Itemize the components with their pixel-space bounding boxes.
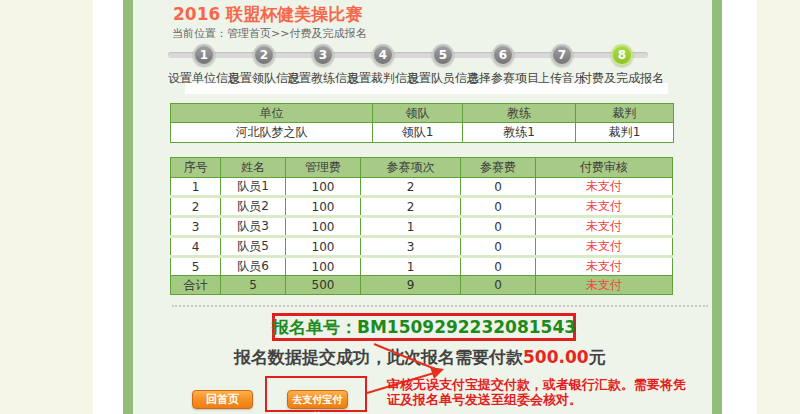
col-header: 序号 (171, 158, 221, 178)
cell: 100 (286, 217, 361, 237)
step-circle: 3 (312, 44, 334, 66)
step-circle: 5 (432, 44, 454, 66)
left-white-band (93, 0, 123, 414)
cell: 0 (461, 257, 536, 276)
payment-status: 未支付 (536, 237, 673, 257)
step-circle: 1 (193, 44, 215, 66)
cell: 1 (361, 217, 461, 237)
table-header-row: 单位 领队 教练 裁判 (171, 104, 674, 123)
right-white-band (722, 0, 757, 414)
note-line: 证及报名单号发送至组委会核对。 (387, 393, 686, 408)
table-row: 2 队员2 100 2 0 未支付 (171, 197, 673, 217)
cell-coach: 教练1 (463, 123, 576, 143)
currency-unit: 元 (589, 347, 606, 367)
payment-status: 未支付 (536, 276, 673, 295)
table-row: 河北队梦之队 领队1 教练1 裁判1 (171, 123, 674, 143)
step-progress-track (168, 52, 648, 58)
cell-judge: 裁判1 (576, 123, 674, 143)
step-circle: 7 (551, 44, 573, 66)
breadcrumb: 当前位置：管理首页>>付费及完成报名 (172, 26, 366, 41)
team-info-table: 单位 领队 教练 裁判 河北队梦之队 领队1 教练1 裁判1 (170, 103, 674, 143)
cell: 2 (361, 178, 461, 197)
alipay-pay-button[interactable]: 去支付宝付款 (287, 390, 348, 409)
step-circle: 2 (253, 44, 275, 66)
table-total-row: 合计 5 500 9 0 未支付 (171, 276, 673, 295)
cell: 5 (221, 276, 286, 295)
col-header: 单位 (171, 104, 373, 123)
cell: 1 (171, 178, 221, 197)
cell: 3 (171, 217, 221, 237)
col-header: 姓名 (221, 158, 286, 178)
cell: 队员5 (221, 237, 286, 257)
cell-total-label: 合计 (171, 276, 221, 295)
col-header: 参赛项次 (361, 158, 461, 178)
step-circle-active: 8 (611, 44, 633, 66)
payment-instruction-note: 审核无误支付宝提交付款，或者银行汇款。需要将凭 证及报名单号发送至组委会核对。 (387, 378, 686, 407)
cell: 队员6 (221, 257, 286, 276)
step-circle: 6 (492, 44, 514, 66)
step-circle: 4 (372, 44, 394, 66)
cell: 2 (171, 197, 221, 217)
col-header: 领队 (373, 104, 463, 123)
cell: 500 (286, 276, 361, 295)
payment-status: 未支付 (536, 217, 673, 237)
cell: 100 (286, 257, 361, 276)
cell-unit: 河北队梦之队 (171, 123, 373, 143)
page-root: 2016 联盟杯健美操比赛 当前位置：管理首页>>付费及完成报名 1 设置单位信… (0, 0, 800, 414)
left-green-stripe (123, 0, 133, 414)
note-line: 审核无误支付宝提交付款，或者银行汇款。需要将凭 (387, 378, 686, 393)
col-header: 裁判 (576, 104, 674, 123)
amount-due: 500.00 (523, 347, 589, 367)
cell: 0 (461, 197, 536, 217)
home-button[interactable]: 回首页 (192, 390, 253, 409)
cell: 0 (461, 217, 536, 237)
fee-table: 序号 姓名 管理费 参赛项次 参赛费 付费审核 1 队员1 100 2 0 未支… (170, 157, 673, 295)
cell: 100 (286, 178, 361, 197)
table-row: 1 队员1 100 2 0 未支付 (171, 178, 673, 197)
cell: 5 (171, 257, 221, 276)
col-header: 付费审核 (536, 158, 673, 178)
step-label: 选择参赛项目 (467, 70, 539, 87)
cell: 4 (171, 237, 221, 257)
payment-status: 未支付 (536, 257, 673, 276)
page-title: 2016 联盟杯健美操比赛 (173, 3, 362, 26)
cell-leader: 领队1 (373, 123, 463, 143)
cell: 队员3 (221, 217, 286, 237)
cell: 队员2 (221, 197, 286, 217)
table-header-row: 序号 姓名 管理费 参赛项次 参赛费 付费审核 (171, 158, 673, 178)
cell: 1 (361, 257, 461, 276)
step-label: 付费及完成报名 (580, 70, 664, 87)
dotted-divider (172, 305, 708, 307)
right-green-stripe (712, 0, 722, 414)
col-header: 教练 (463, 104, 576, 123)
order-number-value: BM1509292232081543 (357, 317, 576, 337)
table-row: 5 队员6 100 1 0 未支付 (171, 257, 673, 276)
step-label: 上传音乐 (538, 70, 586, 87)
cell: 0 (461, 178, 536, 197)
table-row: 4 队员5 100 3 0 未支付 (171, 237, 673, 257)
col-header: 参赛费 (461, 158, 536, 178)
col-header: 管理费 (286, 158, 361, 178)
cell: 2 (361, 197, 461, 217)
cell: 3 (361, 237, 461, 257)
cell: 0 (461, 276, 536, 295)
cell: 100 (286, 197, 361, 217)
cell: 队员1 (221, 178, 286, 197)
payment-status: 未支付 (536, 178, 673, 197)
cell: 0 (461, 237, 536, 257)
payment-status: 未支付 (536, 197, 673, 217)
cell: 100 (286, 237, 361, 257)
table-row: 3 队员3 100 1 0 未支付 (171, 217, 673, 237)
cell: 9 (361, 276, 461, 295)
order-number-label: 报名单号： (272, 316, 357, 339)
